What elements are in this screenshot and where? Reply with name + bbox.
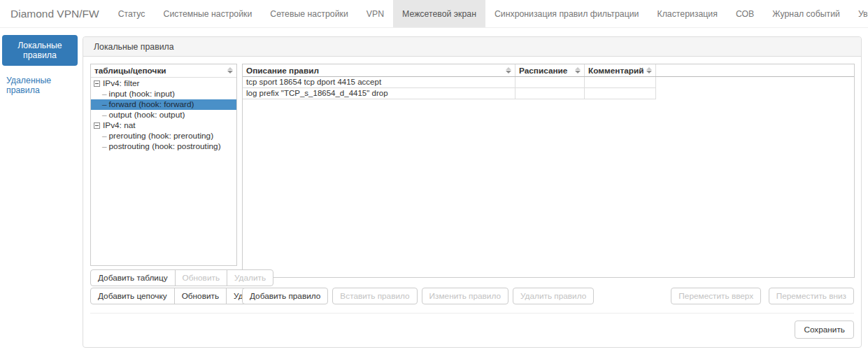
main-menu: Статус Системные настройки Сетевые настр… xyxy=(109,0,868,27)
tree-node-prerouting[interactable]: prerouting (hook: prerouting) xyxy=(91,131,236,141)
tree-line-icon xyxy=(102,110,107,120)
tree-header-label: таблицы/цепочки xyxy=(94,66,166,76)
tree-header: таблицы/цепочки xyxy=(91,64,236,78)
rule-schedule-cell[interactable] xyxy=(515,88,585,99)
nav-item-ids[interactable]: СОВ xyxy=(727,0,763,27)
add-table-button[interactable]: Добавить таблицу xyxy=(90,269,176,286)
tree-node-label: output (hook: output) xyxy=(109,110,185,120)
rules-grid: Описание правил Расписание Комментарий t… xyxy=(242,64,855,278)
top-navbar: Diamond VPN/FW Статус Системные настройк… xyxy=(0,0,868,28)
tree-node-postrouting[interactable]: postrouting (hook: postrouting) xyxy=(91,141,236,152)
rules-grid-header: Описание правил Расписание Комментарий xyxy=(243,64,854,77)
save-button[interactable]: Сохранить xyxy=(795,321,854,339)
refresh-chain-button[interactable]: Обновить xyxy=(174,288,227,304)
tree-node-label: IPv4: filter xyxy=(103,78,139,88)
rule-comment-cell[interactable] xyxy=(585,77,656,88)
column-header-label: Описание правил xyxy=(246,66,319,76)
column-header-comment[interactable]: Комментарий xyxy=(585,64,656,76)
sort-icon[interactable] xyxy=(227,67,233,74)
nav-item-notifications[interactable]: Уведомления xyxy=(849,0,868,27)
rule-buttons-row: Добавить правило Вставить правило Измени… xyxy=(242,288,854,304)
column-header-description[interactable]: Описание правил xyxy=(243,64,515,76)
move-buttons: Переместить вверх Переместить вниз xyxy=(671,288,854,304)
move-up-button[interactable]: Переместить вверх xyxy=(671,288,761,304)
tree-line-icon xyxy=(102,141,107,151)
sort-icon[interactable] xyxy=(505,67,511,74)
panel-title: Локальные правила xyxy=(83,37,861,57)
local-rules-panel: Локальные правила таблицы/цепочки IPv4: … xyxy=(83,36,862,348)
tree-node-label: input (hook: input) xyxy=(109,89,175,99)
tree-node-label: prerouting (hook: prerouting) xyxy=(109,131,214,141)
sort-icon[interactable] xyxy=(646,67,652,74)
table-row[interactable]: log prefix "TCP_s_18654_d_4415" drop xyxy=(243,88,854,99)
column-header-schedule[interactable]: Расписание xyxy=(515,64,585,76)
tree-line-icon xyxy=(102,131,107,141)
edit-rule-button[interactable]: Изменить правило xyxy=(422,288,508,304)
sidebar-item-local-rules[interactable]: Локальные правила xyxy=(2,35,78,66)
tree-node-label: forward (hook: forward) xyxy=(109,99,194,109)
app-brand: Diamond VPN/FW xyxy=(0,0,109,27)
refresh-table-button[interactable]: Обновить xyxy=(175,269,227,286)
tree-line-icon xyxy=(102,99,107,109)
column-header-label: Комментарий xyxy=(588,66,643,76)
collapse-icon[interactable] xyxy=(94,80,100,87)
move-down-button[interactable]: Переместить вниз xyxy=(769,288,854,304)
insert-rule-button[interactable]: Вставить правило xyxy=(332,288,417,304)
table-buttons-group: Добавить таблицу Обновить Удалить xyxy=(90,269,273,286)
tree-line-icon xyxy=(102,89,107,99)
rule-schedule-cell[interactable] xyxy=(515,77,585,88)
tree-node-output[interactable]: output (hook: output) xyxy=(91,110,236,120)
sidebar: Локальные правила Удаленные правила xyxy=(2,35,80,95)
tree-node-label: IPv4: nat xyxy=(103,120,136,130)
nav-item-clustering[interactable]: Кластеризация xyxy=(648,0,726,27)
sort-icon[interactable] xyxy=(574,67,581,74)
tables-chains-tree: таблицы/цепочки IPv4: filter input (hook… xyxy=(90,64,237,266)
nav-item-network-settings[interactable]: Сетевые настройки xyxy=(261,0,357,27)
column-header-label: Расписание xyxy=(519,66,567,76)
delete-table-button[interactable]: Удалить xyxy=(227,269,273,286)
sidebar-item-remote-rules[interactable]: Удаленные правила xyxy=(6,76,80,95)
nav-item-vpn[interactable]: VPN xyxy=(357,0,393,27)
nav-item-status[interactable]: Статус xyxy=(109,0,155,27)
tree-node-ipv4-nat[interactable]: IPv4: nat xyxy=(91,120,236,131)
tree-node-ipv4-filter[interactable]: IPv4: filter xyxy=(91,78,236,89)
add-rule-button[interactable]: Добавить правило xyxy=(242,288,328,304)
nav-item-system-settings[interactable]: Системные настройки xyxy=(155,0,262,27)
nav-item-filter-sync[interactable]: Синхронизация правил фильтрации xyxy=(485,0,648,27)
add-chain-button[interactable]: Добавить цепочку xyxy=(90,288,175,304)
tree-node-label: postrouting (hook: postrouting) xyxy=(109,141,221,151)
rule-comment-cell[interactable] xyxy=(585,88,656,99)
tree-node-input[interactable]: input (hook: input) xyxy=(91,89,236,99)
delete-rule-button[interactable]: Удалить правило xyxy=(513,288,594,304)
nav-item-firewall[interactable]: Межсетевой экран xyxy=(393,0,485,27)
rule-description-cell[interactable]: tcp sport 18654 tcp dport 4415 accept xyxy=(243,77,515,88)
collapse-icon[interactable] xyxy=(94,122,100,129)
table-row[interactable]: tcp sport 18654 tcp dport 4415 accept xyxy=(243,77,854,88)
nav-item-event-log[interactable]: Журнал событий xyxy=(763,0,849,27)
rule-description-cell[interactable]: log prefix "TCP_s_18654_d_4415" drop xyxy=(243,88,515,99)
tree-node-forward[interactable]: forward (hook: forward) xyxy=(91,99,236,110)
tree-body: IPv4: filter input (hook: input) forward… xyxy=(91,78,236,152)
footer-divider xyxy=(90,313,854,314)
